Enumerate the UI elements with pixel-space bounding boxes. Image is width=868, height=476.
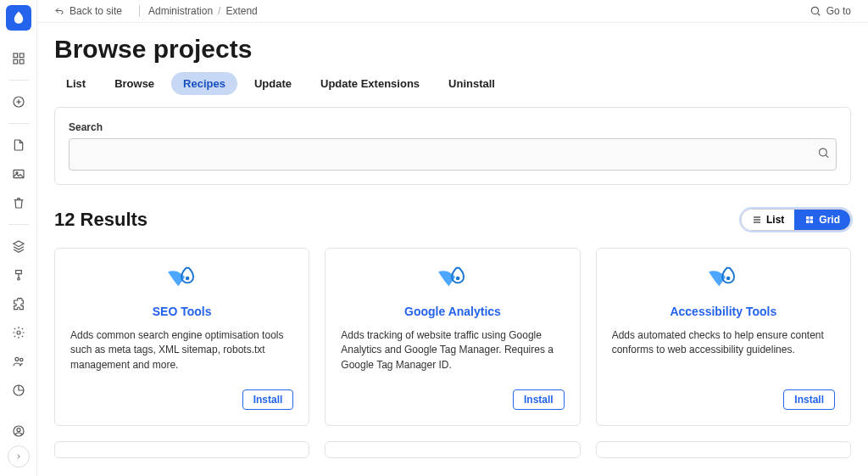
svg-point-12 — [19, 358, 22, 361]
recipe-card: SEO Tools Adds common search engine opti… — [54, 248, 309, 426]
view-grid-button[interactable]: Grid — [794, 210, 850, 230]
tab-update[interactable]: Update — [242, 72, 303, 95]
page-title: Browse projects — [54, 35, 851, 64]
svg-point-27 — [456, 277, 460, 281]
topbar: Back to site Administration / Extend Go … — [37, 0, 868, 23]
main-content: Back to site Administration / Extend Go … — [37, 0, 868, 476]
users-icon[interactable] — [2, 347, 36, 376]
svg-rect-22 — [806, 216, 810, 220]
search-panel: Search — [54, 107, 851, 185]
recipe-card-placeholder — [54, 441, 309, 458]
svg-line-18 — [826, 155, 828, 158]
back-to-site-link[interactable]: Back to site — [54, 5, 122, 17]
svg-point-14 — [17, 428, 20, 432]
recipe-card-placeholder — [325, 441, 580, 458]
drupal-drop-icon — [433, 264, 472, 296]
gear-icon[interactable] — [2, 318, 36, 347]
back-arrow-icon — [54, 6, 64, 16]
search-label: Search — [69, 121, 837, 133]
card-title[interactable]: Accessibility Tools — [612, 305, 835, 318]
goto-label: Go to — [826, 5, 851, 17]
account-icon[interactable] — [2, 417, 36, 445]
layers-icon[interactable] — [2, 232, 36, 260]
svg-rect-23 — [810, 216, 814, 220]
card-description: Adds automated checks to help ensure con… — [612, 328, 835, 379]
results-grid: SEO Tools Adds common search engine opti… — [54, 248, 851, 458]
card-title[interactable]: Google Analytics — [341, 305, 564, 318]
card-description: Adds common search engine optimisation t… — [70, 328, 293, 379]
view-toggle: List Grid — [741, 209, 851, 231]
svg-point-15 — [811, 7, 818, 14]
recipe-card-placeholder — [596, 441, 851, 458]
svg-rect-25 — [810, 221, 814, 224]
svg-point-11 — [15, 357, 19, 361]
svg-line-16 — [817, 13, 820, 15]
install-button[interactable]: Install — [783, 389, 835, 410]
svg-rect-0 — [14, 53, 18, 58]
results-header: 12 Results List Grid — [54, 209, 851, 231]
image-icon[interactable] — [2, 160, 36, 188]
add-icon[interactable] — [2, 87, 36, 116]
svg-point-26 — [185, 277, 189, 281]
recipe-card: Accessibility Tools Adds automated check… — [596, 248, 851, 426]
puzzle-icon[interactable] — [2, 289, 36, 318]
recipe-card: Google Analytics Adds tracking of websit… — [325, 248, 580, 426]
chevron-right-icon[interactable] — [8, 445, 30, 468]
svg-rect-1 — [19, 53, 24, 58]
goto-link[interactable]: Go to — [810, 5, 851, 17]
tabs: List Browse Recipes Update Update Extens… — [54, 72, 851, 95]
svg-point-10 — [17, 331, 20, 334]
search-icon — [810, 5, 821, 17]
svg-rect-3 — [19, 59, 24, 64]
svg-rect-2 — [14, 59, 18, 64]
install-button[interactable]: Install — [513, 389, 565, 410]
search-input[interactable] — [69, 138, 837, 171]
results-count: 12 Results — [54, 209, 147, 231]
card-description: Adds tracking of website traffic using G… — [341, 328, 564, 379]
drupal-drop-icon — [163, 264, 202, 296]
card-title[interactable]: SEO Tools — [70, 305, 293, 318]
tab-recipes[interactable]: Recipes — [171, 72, 237, 95]
list-icon — [752, 215, 762, 225]
tab-uninstall[interactable]: Uninstall — [437, 72, 507, 95]
svg-point-9 — [17, 277, 19, 280]
paint-icon[interactable] — [2, 260, 36, 289]
chart-icon[interactable] — [2, 376, 36, 405]
file-icon[interactable] — [2, 131, 36, 160]
grid-icon — [804, 215, 815, 225]
svg-point-28 — [726, 277, 731, 281]
admin-sidebar — [0, 0, 37, 476]
view-list-button[interactable]: List — [742, 210, 794, 230]
install-button[interactable]: Install — [242, 389, 294, 410]
tab-list[interactable]: List — [54, 72, 97, 95]
breadcrumb-administration[interactable]: Administration — [148, 5, 213, 17]
svg-point-17 — [820, 148, 827, 156]
dashboard-icon[interactable] — [2, 44, 36, 73]
search-submit-icon[interactable] — [817, 147, 830, 163]
app-logo[interactable] — [6, 5, 31, 31]
breadcrumb-extend[interactable]: Extend — [225, 5, 257, 17]
tab-browse[interactable]: Browse — [103, 72, 166, 95]
back-label: Back to site — [70, 5, 122, 17]
trash-icon[interactable] — [2, 188, 36, 217]
tab-update-extensions[interactable]: Update Extensions — [309, 72, 431, 95]
svg-rect-24 — [806, 221, 810, 224]
drupal-drop-icon — [704, 264, 743, 296]
breadcrumb-separator: / — [218, 5, 220, 17]
